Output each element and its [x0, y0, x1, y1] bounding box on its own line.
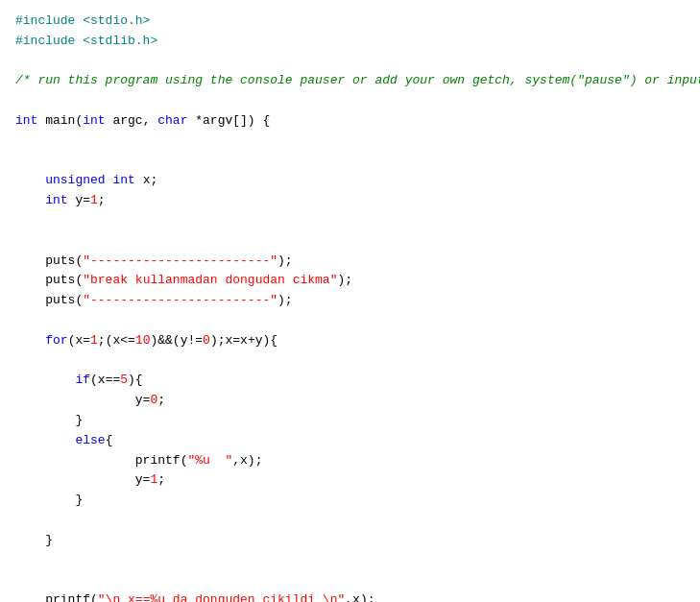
code-line: #include <stdlib.h> — [15, 32, 685, 52]
code-line: printf("%u ",x); — [15, 451, 685, 471]
code-token: );x=x+y){ — [210, 333, 278, 348]
code-line: int main(int argc, char *argv[]) { — [15, 111, 685, 132]
code-token: "\n x==%u da donguden cikildi \n" — [98, 592, 345, 602]
code-token: "------------------------" — [83, 253, 278, 268]
code-token: if — [75, 373, 90, 387]
code-token: { — [106, 433, 113, 447]
code-token: 0 — [203, 333, 210, 348]
code-token: #include <stdio.h> — [15, 13, 150, 28]
code-token: 10 — [135, 333, 151, 348]
code-token: ); — [337, 273, 352, 287]
code-token: ; — [157, 393, 165, 407]
code-token: ; — [98, 193, 106, 207]
code-token — [15, 193, 45, 207]
code-token: argc, — [106, 113, 158, 128]
code-token: else — [75, 433, 105, 447]
code-line — [15, 52, 685, 72]
code-line: printf("\n x==%u da donguden cikildi \n"… — [15, 590, 685, 602]
code-line: y=0; — [15, 391, 685, 411]
code-line — [15, 311, 685, 331]
code-token — [15, 173, 45, 187]
code-token: x; — [135, 173, 157, 187]
code-line — [15, 211, 685, 231]
code-token — [15, 373, 75, 387]
code-token: unsigned — [45, 173, 105, 187]
code-token: ,x); — [232, 453, 262, 468]
code-line: y=1; — [15, 470, 685, 491]
code-token: *argv[]) { — [187, 113, 270, 128]
code-token: puts( — [15, 253, 83, 268]
code-token: } — [15, 413, 83, 427]
code-token: 1 — [90, 193, 98, 207]
code-token: ){ — [128, 373, 143, 387]
code-token: ); — [278, 253, 293, 268]
code-token: "------------------------" — [83, 293, 278, 307]
code-line: for(x=1;(x<=10)&&(y!=0);x=x+y){ — [15, 331, 685, 351]
code-line — [15, 91, 685, 111]
code-token: 1 — [90, 333, 98, 348]
code-token: (x== — [90, 373, 120, 387]
code-line: int y=1; — [15, 191, 685, 211]
code-token: char — [157, 113, 187, 128]
code-token: y= — [15, 393, 150, 407]
code-line: } — [15, 491, 685, 511]
code-line: #include <stdio.h> — [15, 12, 685, 32]
code-token: 5 — [120, 373, 128, 387]
code-line: if(x==5){ — [15, 371, 685, 391]
code-token: int — [83, 113, 105, 128]
code-line — [15, 511, 685, 531]
code-token: ; — [157, 472, 165, 487]
code-token: printf( — [15, 453, 187, 468]
code-token: puts( — [15, 273, 83, 287]
code-token: ); — [278, 293, 293, 307]
code-token: } — [15, 493, 83, 507]
code-token: for — [45, 333, 67, 348]
code-token: ,x); — [345, 592, 374, 602]
code-token: int — [15, 113, 37, 128]
code-token: y= — [68, 193, 90, 207]
code-token: #include <stdlib.h> — [15, 34, 157, 48]
code-line: else{ — [15, 431, 685, 451]
code-line: puts("break kullanmadan dongudan cikma")… — [15, 271, 685, 291]
code-token: } — [15, 533, 53, 547]
code-line — [15, 551, 685, 571]
code-token: )&&(y!= — [150, 333, 203, 348]
code-line: puts("------------------------"); — [15, 252, 685, 272]
code-line: /* run this program using the console pa… — [15, 71, 685, 91]
code-line: unsigned int x; — [15, 171, 685, 191]
code-token — [15, 333, 45, 348]
code-token: int — [45, 193, 67, 207]
code-line: puts("------------------------"); — [15, 291, 685, 311]
code-line — [15, 132, 685, 152]
code-editor: #include <stdio.h>#include <stdlib.h> /*… — [15, 12, 685, 602]
code-token: main( — [37, 113, 83, 128]
code-token: "%u " — [187, 453, 232, 468]
code-token — [15, 433, 75, 447]
code-line: } — [15, 411, 685, 431]
code-token: printf( — [15, 592, 98, 602]
code-line: } — [15, 531, 685, 551]
code-token: puts( — [15, 293, 83, 307]
code-line — [15, 570, 685, 590]
code-line — [15, 152, 685, 172]
code-token: ;(x<= — [98, 333, 135, 348]
code-token: "break kullanmadan dongudan cikma" — [83, 273, 337, 287]
code-token: /* run this program using the console pa… — [15, 73, 700, 87]
code-token: int — [112, 173, 134, 187]
code-token: y= — [15, 472, 150, 487]
code-token: (x= — [68, 333, 90, 348]
code-line — [15, 231, 685, 252]
code-line — [15, 351, 685, 372]
